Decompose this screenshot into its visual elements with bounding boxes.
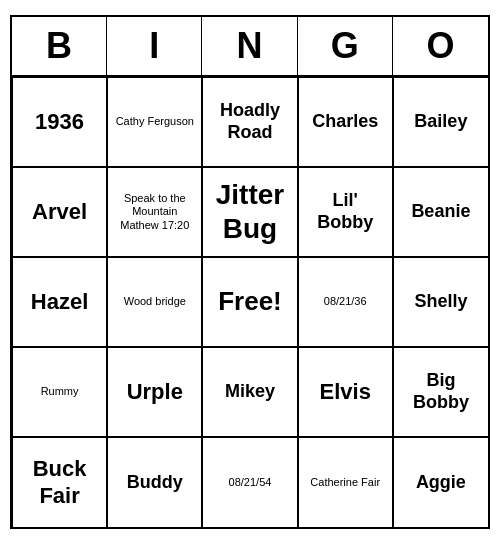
bingo-cell-21: Buddy (107, 437, 202, 527)
bingo-cell-5: Arvel (12, 167, 107, 257)
bingo-cell-18: Elvis (298, 347, 393, 437)
bingo-cell-7: Jitter Bug (202, 167, 297, 257)
bingo-header: BINGO (12, 17, 488, 77)
bingo-cell-17: Mikey (202, 347, 297, 437)
header-letter-g: G (298, 17, 393, 75)
bingo-cell-4: Bailey (393, 77, 488, 167)
bingo-cell-11: Wood bridge (107, 257, 202, 347)
bingo-cell-16: Urple (107, 347, 202, 437)
header-letter-b: B (12, 17, 107, 75)
bingo-cell-22: 08/21/54 (202, 437, 297, 527)
bingo-cell-15: Rummy (12, 347, 107, 437)
bingo-cell-0: 1936 (12, 77, 107, 167)
bingo-cell-19: Big Bobby (393, 347, 488, 437)
header-letter-i: I (107, 17, 202, 75)
bingo-cell-13: 08/21/36 (298, 257, 393, 347)
bingo-card: BINGO 1936Cathy FergusonHoadly RoadCharl… (10, 15, 490, 529)
bingo-cell-8: Lil' Bobby (298, 167, 393, 257)
bingo-cell-1: Cathy Ferguson (107, 77, 202, 167)
bingo-cell-23: Catherine Fair (298, 437, 393, 527)
bingo-grid: 1936Cathy FergusonHoadly RoadCharlesBail… (12, 77, 488, 527)
header-letter-n: N (202, 17, 297, 75)
bingo-cell-14: Shelly (393, 257, 488, 347)
bingo-cell-2: Hoadly Road (202, 77, 297, 167)
bingo-cell-12: Free! (202, 257, 297, 347)
bingo-cell-24: Aggie (393, 437, 488, 527)
bingo-cell-9: Beanie (393, 167, 488, 257)
bingo-cell-3: Charles (298, 77, 393, 167)
bingo-cell-6: Speak to the Mountain Mathew 17:20 (107, 167, 202, 257)
bingo-cell-20: Buck Fair (12, 437, 107, 527)
bingo-cell-10: Hazel (12, 257, 107, 347)
header-letter-o: O (393, 17, 488, 75)
